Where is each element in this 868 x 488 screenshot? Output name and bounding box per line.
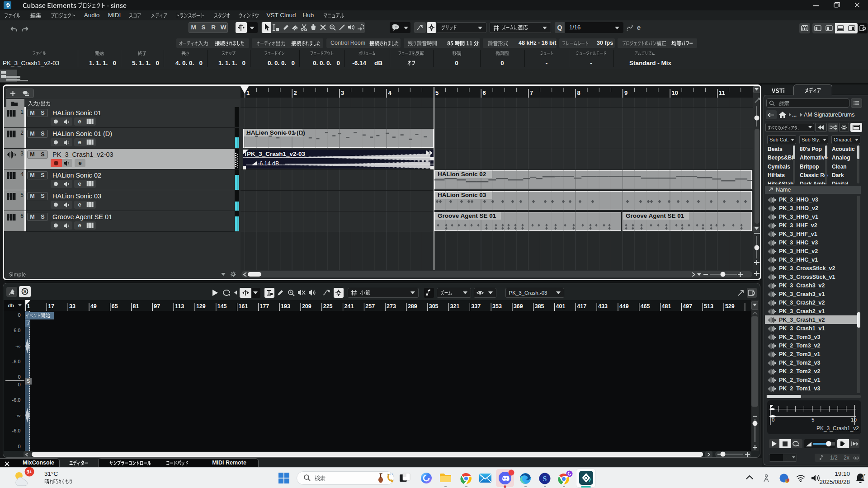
- svg-text:9+: 9+: [27, 469, 33, 474]
- svg-text:z: z: [861, 475, 863, 479]
- svg-text:z: z: [863, 473, 866, 477]
- svg-text:S: S: [23, 289, 26, 294]
- svg-text:S: S: [543, 475, 547, 483]
